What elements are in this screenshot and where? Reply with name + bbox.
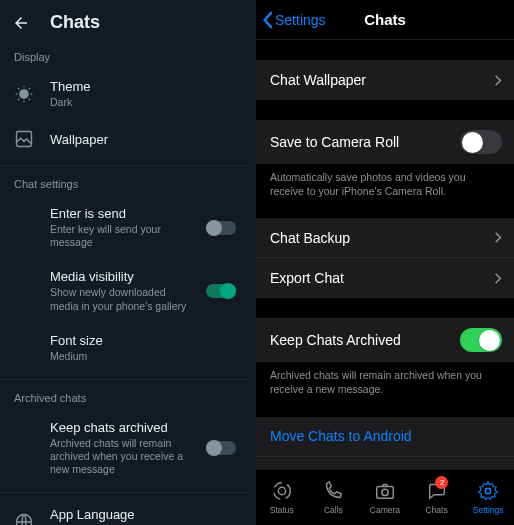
tab-status[interactable]: Status xyxy=(256,470,308,525)
font-size-title: Font size xyxy=(50,333,236,348)
svg-point-6 xyxy=(485,488,491,494)
font-size-row[interactable]: Font size Medium xyxy=(0,323,250,373)
chat-wallpaper-label: Chat Wallpaper xyxy=(270,72,484,88)
keep-archived-row[interactable]: Keep chats archived Archived chats will … xyxy=(0,410,250,486)
save-camera-roll-row[interactable]: Save to Camera Roll xyxy=(256,120,514,164)
ios-chats-settings: Settings Chats Chat Wallpaper Save to Ca… xyxy=(256,0,514,525)
app-language-title: App Language xyxy=(50,507,236,522)
export-chat-row[interactable]: Export Chat xyxy=(256,258,514,298)
media-visibility-subtitle: Show newly downloaded media in your phon… xyxy=(50,286,190,312)
chat-backup-label: Chat Backup xyxy=(270,230,484,246)
enter-is-send-title: Enter is send xyxy=(50,206,190,221)
tab-settings-label: Settings xyxy=(473,505,504,515)
theme-title: Theme xyxy=(50,79,236,94)
svg-point-5 xyxy=(382,489,388,495)
status-icon xyxy=(271,480,293,502)
svg-point-2 xyxy=(278,487,285,494)
keep-archived-subtitle: Archived chats will remain archived when… xyxy=(50,437,190,476)
svg-rect-0 xyxy=(17,132,32,147)
chevron-right-icon xyxy=(494,231,502,244)
enter-is-send-toggle[interactable] xyxy=(206,221,236,235)
gear-icon xyxy=(477,480,499,502)
enter-is-send-row[interactable]: Enter is send Enter key will send your m… xyxy=(0,196,250,259)
settings-list: Chat Wallpaper Save to Camera Roll Autom… xyxy=(256,40,514,469)
keep-archived-label: Keep Chats Archived xyxy=(270,332,450,348)
back-label: Settings xyxy=(275,12,326,28)
svg-rect-4 xyxy=(377,486,394,498)
move-android-row[interactable]: Move Chats to Android xyxy=(256,417,514,457)
camera-icon xyxy=(374,480,396,502)
media-visibility-title: Media visibility xyxy=(50,269,190,284)
theme-row[interactable]: Theme Dark xyxy=(0,69,250,119)
tab-status-label: Status xyxy=(270,505,294,515)
chevron-right-icon xyxy=(494,272,502,285)
svg-point-1 xyxy=(17,515,32,525)
theme-icon xyxy=(14,84,34,104)
theme-subtitle: Dark xyxy=(50,96,236,109)
media-visibility-toggle[interactable] xyxy=(206,284,236,298)
font-size-subtitle: Medium xyxy=(50,350,236,363)
tab-calls-label: Calls xyxy=(324,505,343,515)
move-android-label: Move Chats to Android xyxy=(270,428,502,444)
keep-archived-switch[interactable] xyxy=(460,328,502,352)
back-arrow-icon[interactable] xyxy=(12,14,30,32)
section-archived: Archived chats xyxy=(0,384,250,410)
globe-icon xyxy=(14,512,34,525)
export-chat-label: Export Chat xyxy=(270,270,484,286)
wallpaper-title: Wallpaper xyxy=(50,132,236,147)
tab-calls[interactable]: Calls xyxy=(308,470,360,525)
save-camera-roll-label: Save to Camera Roll xyxy=(270,134,450,150)
settings-list: Display Theme Dark Wallpaper Chat settin… xyxy=(0,43,256,525)
header-title: Chats xyxy=(50,12,100,33)
section-chat-settings: Chat settings xyxy=(0,170,250,196)
app-language-row[interactable]: App Language Phone's language (English) xyxy=(0,497,250,525)
tab-chats-label: Chats xyxy=(425,505,447,515)
chevron-left-icon xyxy=(262,11,273,29)
android-chats-settings: Chats Display Theme Dark Wallpaper Chat … xyxy=(0,0,256,525)
phone-icon xyxy=(322,480,344,502)
tab-settings[interactable]: Settings xyxy=(462,470,514,525)
header-title: Chats xyxy=(364,11,406,28)
tab-bar: Status Calls Camera Chats 2 Settings xyxy=(256,469,514,525)
chat-wallpaper-row[interactable]: Chat Wallpaper xyxy=(256,60,514,100)
chat-backup-row[interactable]: Chat Backup xyxy=(256,218,514,258)
tab-chats[interactable]: Chats 2 xyxy=(411,470,463,525)
media-visibility-row[interactable]: Media visibility Show newly downloaded m… xyxy=(0,259,250,322)
tab-camera[interactable]: Camera xyxy=(359,470,411,525)
back-button[interactable]: Settings xyxy=(262,0,326,40)
keep-archived-toggle[interactable] xyxy=(206,441,236,455)
header: Chats xyxy=(0,0,256,43)
archive-all-row[interactable]: Archive All Chats xyxy=(256,457,514,469)
keep-archived-row[interactable]: Keep Chats Archived xyxy=(256,318,514,362)
keep-archived-footnote: Archived chats will remain archived when… xyxy=(256,362,514,396)
keep-archived-title: Keep chats archived xyxy=(50,420,190,435)
chevron-right-icon xyxy=(494,74,502,87)
tab-camera-label: Camera xyxy=(370,505,400,515)
save-camera-roll-switch[interactable] xyxy=(460,130,502,154)
section-display: Display xyxy=(0,43,250,69)
wallpaper-icon xyxy=(14,129,34,149)
header: Settings Chats xyxy=(256,0,514,40)
wallpaper-row[interactable]: Wallpaper xyxy=(0,119,250,159)
save-camera-roll-footnote: Automatically save photos and videos you… xyxy=(256,164,514,198)
enter-is-send-subtitle: Enter key will send your message xyxy=(50,223,190,249)
svg-point-3 xyxy=(274,483,291,500)
